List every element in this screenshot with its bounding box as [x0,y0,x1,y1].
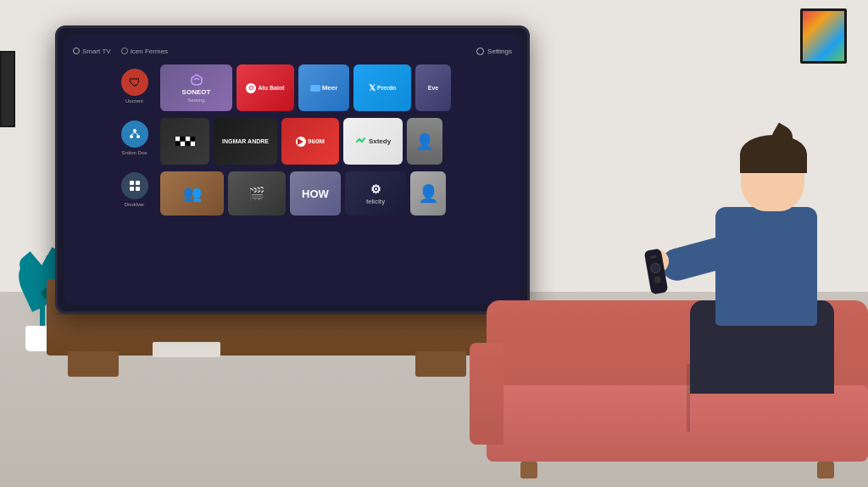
svg-line-3 [131,132,135,135]
app-video2[interactable]: 🎬 [228,171,286,216]
app-banob[interactable] [160,118,209,165]
svg-rect-6 [136,181,140,185]
person-torso [715,207,817,326]
smart-tv-label: Smart TV [73,48,111,55]
tv-stand-leg-left [68,351,119,377]
remote-button1 [650,255,657,259]
sidebar-icon-uocrent[interactable]: 🛡 Uocrent [111,69,158,104]
person [656,131,851,394]
app-photo[interactable]: 👤 [407,118,442,165]
remote-dpad [649,262,661,274]
frame-artwork [803,11,844,61]
wall-frame [800,8,847,64]
srdion-icon [121,120,148,148]
uocrent-icon: 🛡 [121,69,148,96]
sidebar-icons: 🛡 Uocrent [111,64,158,207]
apps-row1: SONEOT Seeting O Atu Balot [160,64,514,114]
app-eve[interactable]: Eve [415,64,451,111]
user-icon [121,48,128,54]
app-sxtedy[interactable]: Sxtedy [343,118,403,165]
app-video1[interactable]: 👥 [160,171,224,216]
tv-header: Smart TV Icen Fermes Settings [73,42,512,60]
sidebar-icon-srdion[interactable]: Srdion Doe [111,120,158,155]
app-soneot[interactable]: SONEOT Seeting [160,64,232,111]
svg-line-4 [135,132,138,135]
tv-stand-device [153,342,220,357]
remote-button2 [654,276,661,283]
app-abu[interactable]: O Atu Balot [236,64,294,111]
sofa-leg-right [817,462,834,479]
app-person[interactable]: 👤 [410,171,446,216]
svg-rect-8 [136,187,140,191]
svg-rect-5 [130,181,134,185]
sofa-seat [487,385,868,462]
app-meer[interactable]: Meer [298,64,349,111]
settings-label[interactable]: Settings [476,48,512,55]
app-ingmar[interactable]: INGMAR ANDRE [214,118,277,165]
room-background: Smart TV Icen Fermes Settings [0,0,868,487]
apps-row2: INGMAR ANDRE 960M [160,118,514,167]
sofa-arm-left [470,343,504,445]
tv-header-left: Smart TV Icen Fermes [73,48,168,55]
app-felicity[interactable]: ⚙ felicity [345,171,406,216]
svg-point-0 [133,129,136,132]
apps-row3: 👥 🎬 HOW ⚙ felicity [160,171,514,218]
svg-point-1 [130,135,133,138]
sofa-leg-left [520,462,537,479]
how-text: HOW [302,188,329,200]
settings-icon [476,48,484,55]
app-how[interactable]: HOW [290,171,341,216]
left-frame [0,51,15,127]
dnoklver-icon [121,172,148,199]
app-960m[interactable]: 960M [281,118,339,165]
phone-icon [73,48,80,54]
svg-point-2 [136,135,140,138]
icen-fermes-label: Icen Fermes [121,48,168,55]
app-twitter[interactable]: 𝕏 Prerdn [353,64,411,111]
svg-rect-7 [130,187,134,191]
sidebar-icon-dnoklver[interactable]: Dnoklver [111,172,158,207]
